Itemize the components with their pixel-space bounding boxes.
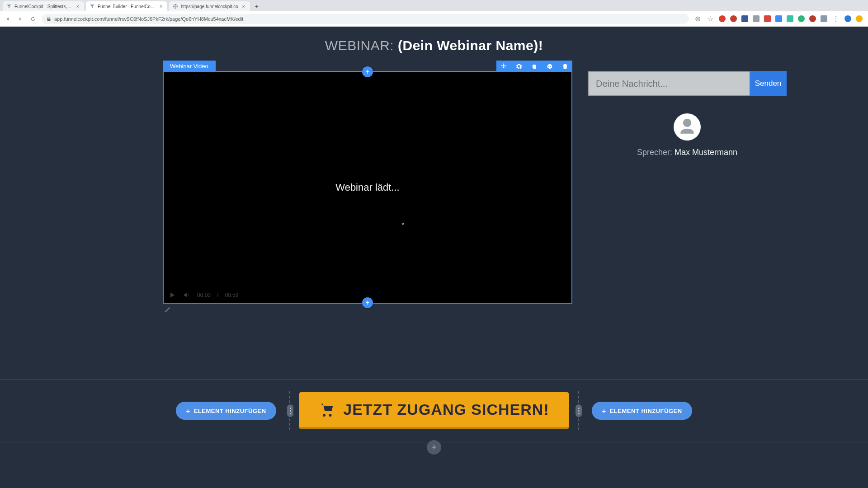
lock-icon bbox=[46, 16, 52, 22]
element-type-label: Webinar Video bbox=[163, 61, 216, 72]
cta-main-label: JETZT ZUGANG SICHERN! bbox=[343, 401, 549, 418]
resize-handle-icon[interactable] bbox=[163, 305, 171, 314]
chat-input[interactable] bbox=[588, 71, 750, 96]
volume-icon[interactable] bbox=[183, 291, 191, 299]
menu-icon[interactable]: ⋮ bbox=[832, 15, 840, 23]
time-sep: / bbox=[217, 292, 218, 298]
drag-handle-icon[interactable] bbox=[576, 404, 582, 417]
browser-tab[interactable]: Funnel Builder - FunnelCockpit × bbox=[86, 1, 167, 11]
copy-icon[interactable] bbox=[531, 63, 538, 70]
avatar bbox=[674, 113, 701, 141]
url-text: app.funnelcockpit.com/funnel/nwSC6fNoSJ6… bbox=[54, 16, 243, 22]
time-total: 00:59 bbox=[225, 292, 238, 298]
play-icon[interactable] bbox=[168, 291, 176, 299]
extension-icon[interactable] bbox=[787, 15, 793, 22]
element-toolbar bbox=[496, 61, 572, 72]
webinar-video-element[interactable]: Webinar Video + + Webinar lädt... ⌖ 00:0… bbox=[163, 71, 572, 304]
add-element-label: ELEMENT HINZUFÜGEN bbox=[194, 408, 266, 414]
extension-icon[interactable] bbox=[775, 15, 782, 22]
extension-icon[interactable] bbox=[730, 15, 737, 22]
add-element-button[interactable]: +ELEMENT HINZUFÜGEN bbox=[592, 402, 692, 420]
back-button[interactable] bbox=[4, 15, 12, 23]
add-element-button[interactable]: +ELEMENT HINZUFÜGEN bbox=[176, 402, 276, 420]
extension-icon[interactable] bbox=[798, 15, 805, 22]
add-element-label: ELEMENT HINZUFÜGEN bbox=[610, 408, 682, 414]
gear-icon[interactable] bbox=[515, 63, 523, 70]
funnel-icon bbox=[6, 4, 12, 9]
star-icon[interactable]: ☆ bbox=[706, 15, 714, 23]
plus-icon: + bbox=[602, 407, 606, 415]
plus-icon: + bbox=[186, 407, 190, 415]
video-controls: 00:00 / 00:59 bbox=[168, 291, 567, 299]
person-icon bbox=[677, 117, 697, 137]
speaker-label: Sprecher: bbox=[637, 148, 675, 157]
page-title: WEBINAR: (Dein Webinar Name)! bbox=[0, 38, 868, 53]
send-button[interactable]: Senden bbox=[750, 71, 787, 96]
tab-title: FunnelCockpit - Splittests, Ma bbox=[14, 4, 72, 9]
globe-icon bbox=[173, 4, 178, 9]
extension-icon[interactable] bbox=[821, 15, 827, 22]
extension-icon[interactable] bbox=[809, 15, 816, 22]
progress-bar[interactable] bbox=[245, 294, 567, 296]
extension-icon[interactable] bbox=[856, 15, 863, 22]
ai-icon[interactable] bbox=[546, 63, 553, 70]
column-right: +ELEMENT HINZUFÜGEN bbox=[579, 402, 705, 420]
browser-address-bar: app.funnelcockpit.com/funnel/nwSC6fNoSJ6… bbox=[0, 11, 868, 27]
extension-icon[interactable] bbox=[741, 15, 748, 22]
speaker-block: Sprecher: Max Mustermann bbox=[588, 113, 787, 157]
speaker-name: Max Mustermann bbox=[675, 148, 737, 157]
close-icon[interactable]: × bbox=[158, 4, 164, 9]
headline-name: (Dein Webinar Name)! bbox=[398, 38, 543, 53]
extension-icon[interactable] bbox=[719, 15, 726, 22]
column-divider[interactable] bbox=[289, 391, 290, 430]
cursor-icon: ⌖ bbox=[401, 221, 404, 227]
video-loading-text: Webinar lädt... bbox=[335, 182, 399, 193]
cta-main-button[interactable]: JETZT ZUGANG SICHERN! bbox=[299, 392, 569, 429]
chat-input-row: Senden bbox=[588, 71, 787, 96]
new-tab-button[interactable]: + bbox=[252, 1, 262, 11]
trash-icon[interactable] bbox=[561, 63, 569, 70]
move-icon[interactable] bbox=[500, 63, 507, 70]
add-section-button[interactable]: + bbox=[427, 440, 441, 455]
forward-button[interactable] bbox=[16, 15, 24, 23]
headline-prefix: WEBINAR: bbox=[325, 38, 398, 53]
cart-icon bbox=[319, 402, 335, 418]
funnel-icon bbox=[90, 4, 95, 9]
browser-tab-bar: FunnelCockpit - Splittests, Ma × Funnel … bbox=[0, 0, 868, 11]
browser-frame: FunnelCockpit - Splittests, Ma × Funnel … bbox=[0, 0, 868, 488]
browser-tab[interactable]: FunnelCockpit - Splittests, Ma × bbox=[3, 1, 84, 11]
reload-button[interactable] bbox=[29, 15, 37, 23]
column-divider[interactable] bbox=[578, 391, 579, 430]
column-center: JETZT ZUGANG SICHERN! bbox=[290, 392, 578, 429]
chat-panel: Senden Sprecher: Max Mustermann bbox=[588, 71, 787, 157]
extension-icon[interactable] bbox=[753, 15, 760, 22]
extension-icon[interactable] bbox=[764, 15, 771, 22]
site-settings-icon[interactable]: ⊕ bbox=[693, 15, 702, 23]
drag-handle-icon[interactable] bbox=[287, 404, 293, 417]
url-input[interactable]: app.funnelcockpit.com/funnel/nwSC6fNoSJ6… bbox=[42, 14, 689, 24]
profile-avatar-icon[interactable] bbox=[844, 15, 851, 22]
cta-section: +ELEMENT HINZUFÜGEN JETZT ZUGANG SICHERN… bbox=[0, 379, 868, 442]
browser-tab[interactable]: https://page.funnelcockpit.co × bbox=[169, 1, 250, 11]
tab-title: Funnel Builder - FunnelCockpit bbox=[98, 4, 156, 9]
close-icon[interactable]: × bbox=[241, 4, 246, 9]
time-current: 00:00 bbox=[197, 292, 211, 298]
extension-icons: ⊕ ☆ ⋮ bbox=[693, 15, 864, 23]
page-canvas: WEBINAR: (Dein Webinar Name)! Webinar Vi… bbox=[0, 27, 868, 488]
add-above-button[interactable]: + bbox=[362, 66, 373, 77]
close-icon[interactable]: × bbox=[75, 4, 80, 9]
tab-title: https://page.funnelcockpit.co bbox=[181, 4, 238, 9]
column-left: +ELEMENT HINZUFÜGEN bbox=[163, 402, 289, 420]
